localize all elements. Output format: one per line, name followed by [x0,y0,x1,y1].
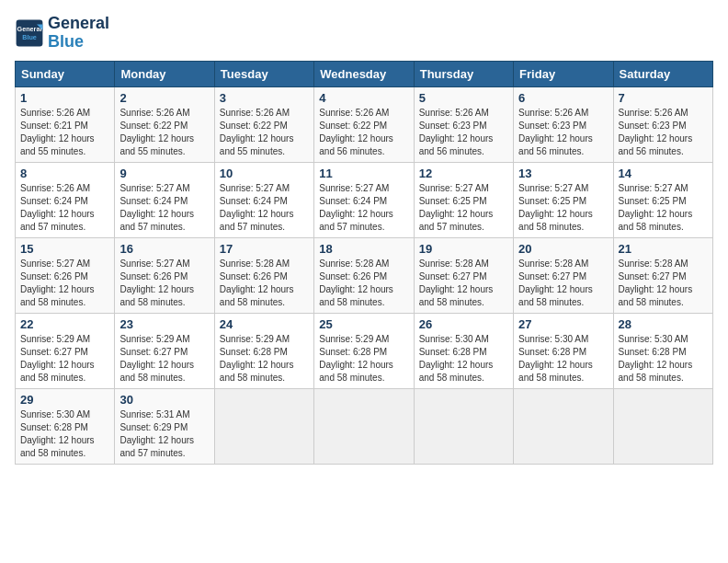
day-info: Sunrise: 5:27 AM Sunset: 6:24 PM Dayligh… [119,182,209,234]
day-info: Sunrise: 5:26 AM Sunset: 6:22 PM Dayligh… [119,107,209,158]
day-number: 11 [319,167,408,180]
day-info: Sunrise: 5:26 AM Sunset: 6:23 PM Dayligh… [619,107,708,158]
day-number: 30 [119,393,209,407]
day-info: Sunrise: 5:27 AM Sunset: 6:25 PM Dayligh… [619,182,708,234]
day-info: Sunrise: 5:26 AM Sunset: 6:24 PM Dayligh… [20,182,109,234]
day-number: 1 [20,91,109,105]
weekday-header-cell: Monday [115,61,214,86]
calendar-cell: 26Sunrise: 5:30 AM Sunset: 6:28 PM Dayli… [414,313,513,388]
day-number: 8 [20,167,109,180]
calendar-week-row: 29Sunrise: 5:30 AM Sunset: 6:28 PM Dayli… [16,388,713,464]
calendar-cell: 6Sunrise: 5:26 AM Sunset: 6:23 PM Daylig… [514,86,613,162]
calendar-body: 1Sunrise: 5:26 AM Sunset: 6:21 PM Daylig… [16,86,713,464]
svg-text:General: General [17,25,42,33]
calendar-table: SundayMondayTuesdayWednesdayThursdayFrid… [15,61,713,465]
calendar-cell: 10Sunrise: 5:27 AM Sunset: 6:24 PM Dayli… [214,162,313,237]
calendar-cell: 13Sunrise: 5:27 AM Sunset: 6:25 PM Dayli… [514,162,613,237]
day-number: 2 [119,91,209,105]
weekday-header-cell: Friday [514,61,613,86]
day-number: 14 [619,167,708,180]
calendar-cell: 5Sunrise: 5:26 AM Sunset: 6:23 PM Daylig… [414,86,513,162]
day-info: Sunrise: 5:26 AM Sunset: 6:22 PM Dayligh… [220,107,309,158]
day-number: 3 [220,91,309,105]
calendar-cell: 7Sunrise: 5:26 AM Sunset: 6:23 PM Daylig… [613,86,712,162]
day-number: 18 [319,242,408,256]
day-info: Sunrise: 5:29 AM Sunset: 6:27 PM Dayligh… [20,333,109,385]
calendar-cell: 25Sunrise: 5:29 AM Sunset: 6:28 PM Dayli… [314,313,414,388]
day-info: Sunrise: 5:30 AM Sunset: 6:28 PM Dayligh… [619,333,708,385]
day-number: 29 [20,393,109,407]
day-number: 10 [220,167,309,180]
day-info: Sunrise: 5:26 AM Sunset: 6:22 PM Dayligh… [319,107,408,158]
logo-text: GeneralBlue [48,15,109,52]
day-info: Sunrise: 5:30 AM Sunset: 6:28 PM Dayligh… [20,408,109,460]
weekday-header-cell: Wednesday [314,61,414,86]
day-number: 28 [619,317,708,331]
calendar-cell: 2Sunrise: 5:26 AM Sunset: 6:22 PM Daylig… [115,86,214,162]
calendar-cell: 29Sunrise: 5:30 AM Sunset: 6:28 PM Dayli… [16,388,115,464]
calendar-cell: 19Sunrise: 5:28 AM Sunset: 6:27 PM Dayli… [414,237,513,313]
weekday-header-cell: Saturday [613,61,712,86]
day-number: 21 [619,242,708,256]
day-info: Sunrise: 5:28 AM Sunset: 6:26 PM Dayligh… [220,258,309,309]
calendar-cell: 21Sunrise: 5:28 AM Sunset: 6:27 PM Dayli… [613,237,712,313]
weekday-header-cell: Sunday [16,61,115,86]
day-info: Sunrise: 5:27 AM Sunset: 6:26 PM Dayligh… [119,258,209,309]
calendar-cell: 9Sunrise: 5:27 AM Sunset: 6:24 PM Daylig… [115,162,214,237]
calendar-cell: 12Sunrise: 5:27 AM Sunset: 6:25 PM Dayli… [414,162,513,237]
day-info: Sunrise: 5:27 AM Sunset: 6:25 PM Dayligh… [518,182,608,234]
day-number: 19 [419,242,508,256]
calendar-cell [514,388,613,464]
day-number: 9 [119,167,209,180]
day-info: Sunrise: 5:31 AM Sunset: 6:29 PM Dayligh… [119,408,209,460]
day-info: Sunrise: 5:26 AM Sunset: 6:21 PM Dayligh… [20,107,109,158]
day-info: Sunrise: 5:28 AM Sunset: 6:27 PM Dayligh… [518,258,608,309]
calendar-cell: 27Sunrise: 5:30 AM Sunset: 6:28 PM Dayli… [514,313,613,388]
calendar-cell: 15Sunrise: 5:27 AM Sunset: 6:26 PM Dayli… [16,237,115,313]
calendar-cell: 11Sunrise: 5:27 AM Sunset: 6:24 PM Dayli… [314,162,414,237]
day-info: Sunrise: 5:29 AM Sunset: 6:28 PM Dayligh… [319,333,408,385]
calendar-week-row: 22Sunrise: 5:29 AM Sunset: 6:27 PM Dayli… [16,313,713,388]
logo-icon: General Blue [15,18,44,48]
calendar-cell [314,388,414,464]
calendar-cell: 14Sunrise: 5:27 AM Sunset: 6:25 PM Dayli… [613,162,712,237]
calendar-cell [414,388,513,464]
calendar-cell: 28Sunrise: 5:30 AM Sunset: 6:28 PM Dayli… [613,313,712,388]
calendar-week-row: 8Sunrise: 5:26 AM Sunset: 6:24 PM Daylig… [16,162,713,237]
day-info: Sunrise: 5:28 AM Sunset: 6:26 PM Dayligh… [319,258,408,309]
day-number: 12 [419,167,508,180]
day-number: 17 [220,242,309,256]
calendar-week-row: 1Sunrise: 5:26 AM Sunset: 6:21 PM Daylig… [16,86,713,162]
weekday-header-row: SundayMondayTuesdayWednesdayThursdayFrid… [16,61,713,86]
calendar-cell: 23Sunrise: 5:29 AM Sunset: 6:27 PM Dayli… [115,313,214,388]
weekday-header-cell: Thursday [414,61,513,86]
calendar-cell [214,388,313,464]
day-number: 15 [20,242,109,256]
day-number: 22 [20,317,109,331]
day-number: 25 [319,317,408,331]
calendar-cell [613,388,712,464]
day-info: Sunrise: 5:27 AM Sunset: 6:26 PM Dayligh… [20,258,109,309]
day-number: 7 [619,91,708,105]
calendar-cell: 17Sunrise: 5:28 AM Sunset: 6:26 PM Dayli… [214,237,313,313]
calendar-cell: 30Sunrise: 5:31 AM Sunset: 6:29 PM Dayli… [115,388,214,464]
day-info: Sunrise: 5:27 AM Sunset: 6:24 PM Dayligh… [319,182,408,234]
day-number: 26 [419,317,508,331]
day-number: 13 [518,167,608,180]
day-info: Sunrise: 5:26 AM Sunset: 6:23 PM Dayligh… [419,107,508,158]
day-info: Sunrise: 5:27 AM Sunset: 6:24 PM Dayligh… [220,182,309,234]
calendar-week-row: 15Sunrise: 5:27 AM Sunset: 6:26 PM Dayli… [16,237,713,313]
calendar-cell: 3Sunrise: 5:26 AM Sunset: 6:22 PM Daylig… [214,86,313,162]
day-number: 16 [119,242,209,256]
day-number: 4 [319,91,408,105]
logo: General Blue GeneralBlue [15,15,109,52]
calendar-cell: 8Sunrise: 5:26 AM Sunset: 6:24 PM Daylig… [16,162,115,237]
calendar-cell: 24Sunrise: 5:29 AM Sunset: 6:28 PM Dayli… [214,313,313,388]
day-number: 20 [518,242,608,256]
day-info: Sunrise: 5:30 AM Sunset: 6:28 PM Dayligh… [518,333,608,385]
day-number: 27 [518,317,608,331]
calendar-cell: 4Sunrise: 5:26 AM Sunset: 6:22 PM Daylig… [314,86,414,162]
calendar-cell: 1Sunrise: 5:26 AM Sunset: 6:21 PM Daylig… [16,86,115,162]
day-info: Sunrise: 5:29 AM Sunset: 6:28 PM Dayligh… [220,333,309,385]
calendar-cell: 20Sunrise: 5:28 AM Sunset: 6:27 PM Dayli… [514,237,613,313]
